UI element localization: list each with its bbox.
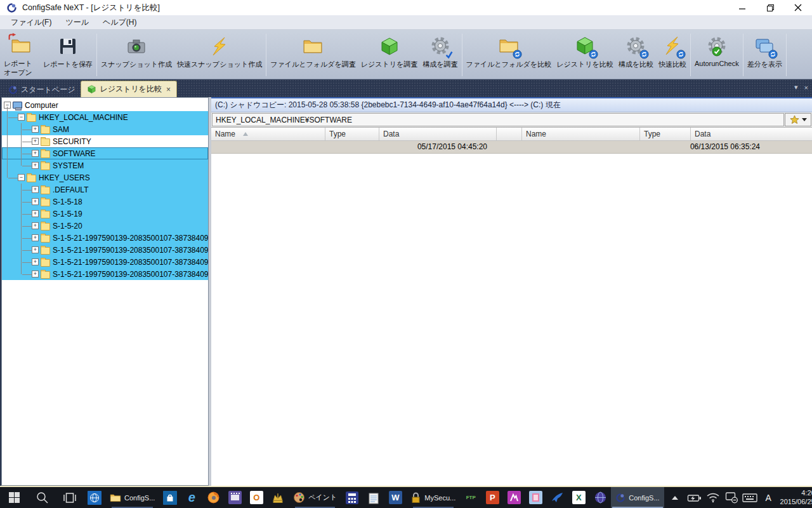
movie-app-icon[interactable] bbox=[224, 487, 246, 508]
tab-registry-compare[interactable]: レジストリを比較 × bbox=[81, 81, 177, 97]
column-header-data-right[interactable]: Data bbox=[691, 128, 812, 140]
compare-config-button[interactable]: 構成を比較 bbox=[616, 31, 656, 79]
tree-expander-icon[interactable]: + bbox=[32, 234, 39, 241]
tree-expander-icon[interactable]: − bbox=[18, 114, 25, 121]
folder-icon bbox=[110, 492, 121, 504]
examine-files-button[interactable]: ファイルとフォルダを調査 bbox=[268, 31, 358, 79]
compare-files-button[interactable]: ファイルとフォルダを比較 bbox=[464, 31, 554, 79]
quick-compare-button[interactable]: 快速比較 bbox=[656, 31, 689, 79]
crown-app-icon[interactable] bbox=[267, 487, 289, 508]
column-header-name-right[interactable]: Name bbox=[522, 128, 640, 140]
taskbar-configsafe-folder-button[interactable]: ConfigS... bbox=[105, 487, 159, 508]
internet-explorer-icon[interactable]: e bbox=[181, 487, 202, 508]
start-button[interactable] bbox=[0, 487, 28, 508]
tree-row[interactable]: + S-1-5-20 bbox=[2, 220, 208, 232]
create-snapshot-button[interactable]: スナップショット作成 bbox=[98, 31, 174, 79]
search-icon[interactable] bbox=[28, 487, 56, 508]
tree-expander-icon[interactable]: + bbox=[32, 150, 39, 157]
taskbar-mysecurity-button[interactable]: MySecu... bbox=[406, 487, 460, 508]
globe-tile-icon[interactable] bbox=[84, 487, 105, 508]
folder-icon bbox=[41, 150, 50, 158]
compare-registry-button[interactable]: レジストリを比較 bbox=[554, 31, 616, 79]
powerpoint-icon[interactable]: P bbox=[481, 487, 503, 508]
ffftp-icon[interactable]: FTP bbox=[460, 487, 481, 508]
registry-path-field[interactable]: HKEY_LOCAL_MACHINE¥SOFTWARE bbox=[212, 113, 784, 126]
tree-expander-icon[interactable]: − bbox=[4, 102, 11, 109]
tree-expander-icon[interactable]: + bbox=[32, 162, 39, 169]
tree-expander-icon[interactable]: + bbox=[32, 186, 39, 193]
grid-body[interactable] bbox=[211, 154, 812, 486]
outlook-icon[interactable]: O bbox=[246, 487, 267, 508]
task-view-icon[interactable] bbox=[56, 487, 84, 508]
tree-row[interactable]: + SYSTEM bbox=[2, 159, 208, 171]
tree-row[interactable]: + S-1-5-21-1997590139-2083500107-3873840… bbox=[2, 244, 208, 256]
quick-snapshot-button[interactable]: 快速スナップショット作成 bbox=[174, 31, 265, 79]
column-header-type-left[interactable]: Type bbox=[325, 128, 379, 140]
tree-expander-icon[interactable]: + bbox=[32, 126, 39, 133]
magenta-app-icon[interactable] bbox=[503, 487, 525, 508]
examine-config-button[interactable]: 構成を調査 bbox=[420, 31, 460, 79]
notepad-icon[interactable] bbox=[363, 487, 384, 508]
tree-row[interactable]: + S-1-5-18 bbox=[2, 196, 208, 208]
folder-icon bbox=[41, 126, 50, 134]
minimize-button[interactable] bbox=[728, 0, 756, 15]
show-diff-button[interactable]: 差分を表示 bbox=[745, 31, 785, 79]
tree-row[interactable]: + S-1-5-19 bbox=[2, 208, 208, 220]
save-report-button[interactable]: レポートを保存 bbox=[41, 31, 95, 79]
tab-close-icon[interactable]: × bbox=[166, 86, 171, 93]
tree-row[interactable]: + SOFTWARE bbox=[2, 147, 208, 159]
store-icon[interactable] bbox=[159, 487, 181, 508]
tree-expander-icon[interactable]: + bbox=[32, 138, 39, 145]
tree-row[interactable]: − Computer bbox=[2, 99, 208, 111]
column-header-type-right[interactable]: Type bbox=[640, 128, 691, 140]
keyboard-icon[interactable] bbox=[741, 493, 759, 503]
tree-expander-icon[interactable]: + bbox=[32, 246, 39, 253]
wifi-icon[interactable] bbox=[704, 492, 723, 503]
ime-mode-indicator[interactable]: A bbox=[759, 493, 778, 503]
column-header-data-left[interactable]: Data bbox=[379, 128, 497, 140]
title-bar: ConfigSafe NeXT - [レジストリを比較] bbox=[0, 0, 812, 15]
word-icon[interactable]: W bbox=[384, 487, 406, 508]
tabstrip-close-icon[interactable]: × bbox=[804, 84, 808, 91]
tree-expander-icon[interactable]: + bbox=[32, 258, 39, 265]
taskbar-paint-button[interactable]: ペイント bbox=[289, 487, 341, 508]
taskbar-configsafe-active-button[interactable]: ConfigS... bbox=[611, 487, 664, 508]
examine-registry-button[interactable]: レジストリを調査 bbox=[358, 31, 421, 79]
refresh-badge-icon bbox=[768, 50, 778, 59]
calculator-icon[interactable] bbox=[341, 487, 363, 508]
firefox-icon[interactable] bbox=[202, 487, 224, 508]
restore-button[interactable] bbox=[756, 0, 784, 15]
tree-expander-icon[interactable]: + bbox=[32, 198, 39, 205]
menu-tools[interactable]: ツール bbox=[58, 15, 96, 30]
tree-row[interactable]: + S-1-5-21-1997590139-2083500107-3873840… bbox=[2, 232, 208, 244]
column-header-name-left[interactable]: Name bbox=[211, 128, 325, 140]
tree-expander-icon[interactable]: + bbox=[32, 222, 39, 229]
tree-expander-icon[interactable]: + bbox=[32, 271, 39, 277]
tree-row[interactable]: + S-1-5-21-1997590139-2083500107-3873840… bbox=[2, 256, 208, 268]
excel-icon[interactable]: X bbox=[568, 487, 589, 508]
tree-expander-icon[interactable]: + bbox=[32, 210, 39, 217]
tree-row[interactable]: − HKEY_USERS bbox=[2, 171, 208, 184]
tab-start-page[interactable]: スタートページ bbox=[3, 82, 81, 97]
battery-icon[interactable] bbox=[686, 492, 704, 504]
taskbar-clock[interactable]: 4:26 2015/06/25 bbox=[778, 489, 812, 507]
tree-row[interactable]: + S-1-5-21-1997590139-2083500107-3873840… bbox=[2, 268, 208, 280]
green-check-icon bbox=[712, 46, 722, 57]
action-center-icon[interactable] bbox=[723, 491, 741, 504]
tree-row[interactable]: + SAM bbox=[2, 123, 208, 135]
tree-expander-icon[interactable]: − bbox=[18, 174, 25, 181]
tree-row[interactable]: − HKEY_LOCAL_MACHINE bbox=[2, 111, 208, 123]
tree-row[interactable]: + SECURITY bbox=[2, 135, 208, 147]
report-open-button[interactable]: レポート オープン bbox=[1, 31, 41, 79]
tray-chevron-up-icon[interactable] bbox=[664, 487, 686, 508]
menu-help[interactable]: ヘルプ(H) bbox=[96, 15, 144, 30]
pink-book-app-icon[interactable] bbox=[525, 487, 546, 508]
tab-overflow-icon[interactable]: ▾ bbox=[794, 83, 798, 91]
purple-globe-icon[interactable] bbox=[589, 487, 611, 508]
autorun-check-button[interactable]: AutorunCheck bbox=[692, 31, 742, 79]
swoosh-app-icon[interactable] bbox=[546, 487, 568, 508]
menu-file[interactable]: ファイル(F) bbox=[4, 15, 58, 30]
close-button[interactable] bbox=[784, 0, 812, 15]
tree-row[interactable]: + .DEFAULT bbox=[2, 184, 208, 196]
favorites-button[interactable] bbox=[785, 113, 811, 126]
